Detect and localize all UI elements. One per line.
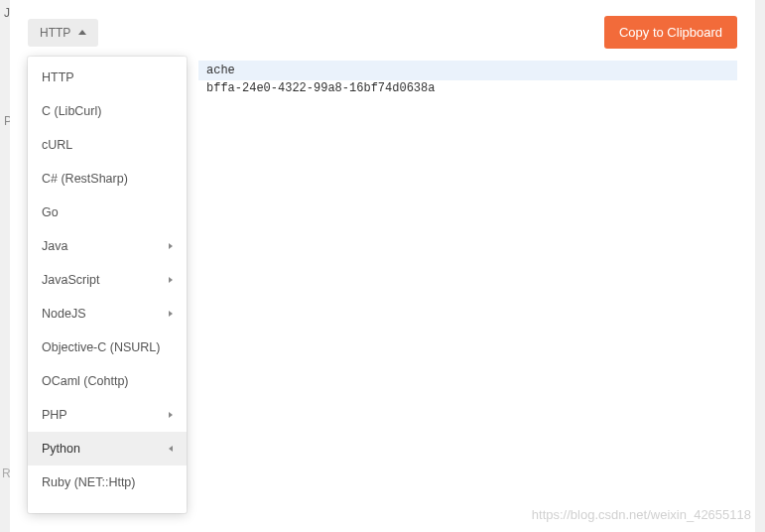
language-selector[interactable]: HTTP bbox=[28, 19, 98, 47]
language-option-ruby-net-http[interactable]: Ruby (NET::Http) bbox=[28, 466, 187, 499]
language-option-objective-c-nsurl[interactable]: Objective-C (NSURL) bbox=[28, 331, 187, 364]
caret-right-icon bbox=[169, 311, 173, 317]
language-option-java[interactable]: Java bbox=[28, 229, 187, 263]
code-line-highlighted: ache bbox=[198, 61, 737, 80]
language-option-c-libcurl[interactable]: C (LibCurl) bbox=[28, 94, 187, 128]
language-option-javascript[interactable]: JavaScript bbox=[28, 263, 187, 297]
language-option-label: PHP bbox=[42, 408, 67, 422]
language-option-shell[interactable]: Shell bbox=[28, 499, 187, 509]
language-option-ocaml-cohttp[interactable]: OCaml (Cohttp) bbox=[28, 364, 187, 398]
language-option-go[interactable]: Go bbox=[28, 196, 187, 229]
language-option-http[interactable]: HTTP bbox=[28, 61, 187, 94]
caret-up-icon bbox=[78, 30, 86, 35]
language-option-label: JavaScript bbox=[42, 273, 99, 287]
language-option-label: cURL bbox=[42, 138, 72, 152]
caret-right-icon bbox=[169, 243, 173, 249]
language-option-label: C (LibCurl) bbox=[42, 104, 101, 118]
language-option-python[interactable]: Python bbox=[28, 432, 187, 466]
language-dropdown: HTTPC (LibCurl)cURLC# (RestSharp)GoJavaJ… bbox=[28, 57, 187, 513]
code-snippet-area: ache bffa-24e0-4322-99a8-16bf74d0638a bbox=[198, 61, 737, 517]
language-option-curl[interactable]: cURL bbox=[28, 128, 187, 162]
body-area: HTTPC (LibCurl)cURLC# (RestSharp)GoJavaJ… bbox=[28, 61, 737, 517]
language-dropdown-scroll[interactable]: HTTPC (LibCurl)cURLC# (RestSharp)GoJavaJ… bbox=[28, 61, 187, 509]
language-option-label: NodeJS bbox=[42, 307, 85, 321]
copy-to-clipboard-button[interactable]: Copy to Clipboard bbox=[604, 16, 737, 49]
language-option-label: OCaml (Cohttp) bbox=[42, 374, 129, 388]
watermark-text: https://blog.csdn.net/weixin_42655118 bbox=[532, 507, 751, 522]
language-option-label: C# (RestSharp) bbox=[42, 172, 128, 186]
modal-panel: HTTP Copy to Clipboard HTTPC (LibCurl)cU… bbox=[10, 0, 755, 532]
caret-right-icon bbox=[169, 277, 173, 283]
language-option-label: Python bbox=[42, 442, 80, 456]
language-option-php[interactable]: PHP bbox=[28, 398, 187, 432]
language-option-label: Objective-C (NSURL) bbox=[42, 340, 160, 354]
language-option-nodejs[interactable]: NodeJS bbox=[28, 297, 187, 331]
caret-left-icon bbox=[169, 446, 173, 452]
language-selector-label: HTTP bbox=[40, 26, 70, 40]
language-option-label: Java bbox=[42, 239, 67, 253]
language-option-c-restsharp[interactable]: C# (RestSharp) bbox=[28, 162, 187, 196]
code-line: bffa-24e0-4322-99a8-16bf74d0638a bbox=[198, 80, 737, 96]
language-option-label: Go bbox=[42, 205, 59, 219]
language-option-label: HTTP bbox=[42, 70, 74, 84]
top-bar: HTTP Copy to Clipboard bbox=[28, 16, 737, 49]
caret-right-icon bbox=[169, 412, 173, 418]
language-option-label: Ruby (NET::Http) bbox=[42, 475, 135, 489]
